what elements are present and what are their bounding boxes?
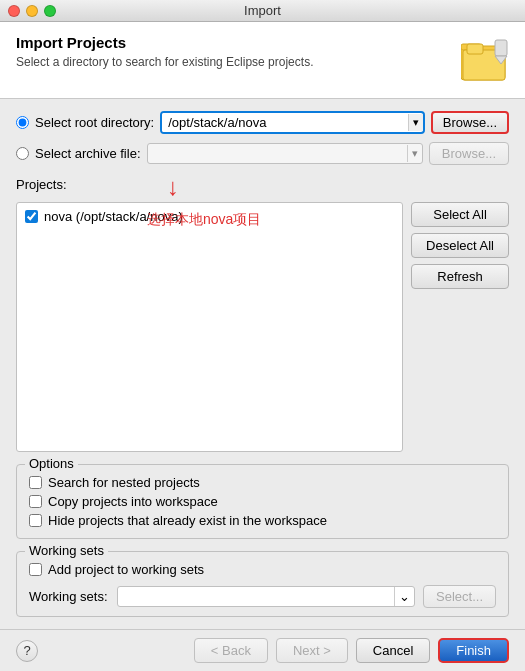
projects-action-buttons: Select All Deselect All Refresh [411, 202, 509, 452]
browse-root-button[interactable]: Browse... [431, 111, 509, 134]
add-working-sets-checkbox[interactable] [29, 563, 42, 576]
help-button[interactable]: ? [16, 640, 38, 662]
options-section: Options Search for nested projects Copy … [16, 464, 509, 539]
svg-rect-4 [495, 40, 507, 56]
copy-projects-row: Copy projects into workspace [29, 492, 496, 511]
minimize-button[interactable] [26, 5, 38, 17]
finish-button[interactable]: Finish [438, 638, 509, 663]
add-working-sets-label: Add project to working sets [48, 562, 204, 577]
hide-projects-row: Hide projects that already exist in the … [29, 511, 496, 530]
projects-label: Projects: [16, 177, 509, 192]
window-title: Import [244, 3, 281, 18]
hide-projects-label: Hide projects that already exist in the … [48, 513, 327, 528]
header-section: Import Projects Select a directory to se… [0, 22, 525, 99]
header-text: Import Projects Select a directory to se… [16, 34, 313, 69]
browse-archive-button[interactable]: Browse... [429, 142, 509, 165]
navigation-buttons: < Back Next > Cancel Finish [194, 638, 509, 663]
nested-projects-label: Search for nested projects [48, 475, 200, 490]
archive-file-input[interactable] [148, 144, 407, 163]
cancel-button[interactable]: Cancel [356, 638, 430, 663]
nested-projects-checkbox[interactable] [29, 476, 42, 489]
folder-icon [461, 38, 509, 86]
select-all-button[interactable]: Select All [411, 202, 509, 227]
close-button[interactable] [8, 5, 20, 17]
next-button[interactable]: Next > [276, 638, 348, 663]
copy-projects-label: Copy projects into workspace [48, 494, 218, 509]
deselect-all-button[interactable]: Deselect All [411, 233, 509, 258]
svg-rect-3 [467, 44, 483, 54]
select-archive-radio[interactable] [16, 147, 29, 160]
projects-area: ↓ 选择本地nova项目 nova (/opt/stack/a/nova) Se… [16, 202, 509, 452]
nested-projects-row: Search for nested projects [29, 473, 496, 492]
dialog: Import Projects Select a directory to se… [0, 22, 525, 671]
archive-dropdown-btn[interactable]: ▾ [407, 145, 422, 162]
select-root-radio[interactable] [16, 116, 29, 129]
options-legend: Options [25, 456, 78, 471]
working-sets-input[interactable] [118, 587, 394, 606]
list-item: nova (/opt/stack/a/nova) [21, 207, 398, 226]
working-sets-section: Working sets Add project to working sets… [16, 551, 509, 617]
refresh-button[interactable]: Refresh [411, 264, 509, 289]
ws-dropdown-btn[interactable]: ⌄ [394, 587, 414, 606]
project-checkbox[interactable] [25, 210, 38, 223]
working-sets-label: Working sets: [29, 589, 109, 604]
working-sets-input-row: Working sets: ⌄ Select... [29, 585, 496, 608]
copy-projects-checkbox[interactable] [29, 495, 42, 508]
select-archive-label: Select archive file: [35, 146, 141, 161]
project-name: nova (/opt/stack/a/nova) [44, 209, 183, 224]
add-to-working-sets-row: Add project to working sets [29, 560, 496, 579]
dialog-subtitle: Select a directory to search for existin… [16, 55, 313, 69]
working-sets-legend: Working sets [25, 543, 108, 558]
window-controls[interactable] [8, 5, 56, 17]
dir-dropdown-btn[interactable]: ▾ [408, 114, 423, 131]
maximize-button[interactable] [44, 5, 56, 17]
main-content: Select root directory: /opt/stack/a/nova… [0, 99, 525, 629]
hide-projects-checkbox[interactable] [29, 514, 42, 527]
select-working-sets-button[interactable]: Select... [423, 585, 496, 608]
help-area: ? [16, 640, 38, 662]
select-root-label: Select root directory: [35, 115, 154, 130]
title-bar: Import [0, 0, 525, 22]
back-button[interactable]: < Back [194, 638, 268, 663]
dialog-title: Import Projects [16, 34, 313, 51]
root-directory-input[interactable]: /opt/stack/a/nova [162, 113, 408, 132]
bottom-bar: ? < Back Next > Cancel Finish [0, 629, 525, 671]
projects-list: ↓ 选择本地nova项目 nova (/opt/stack/a/nova) [16, 202, 403, 452]
